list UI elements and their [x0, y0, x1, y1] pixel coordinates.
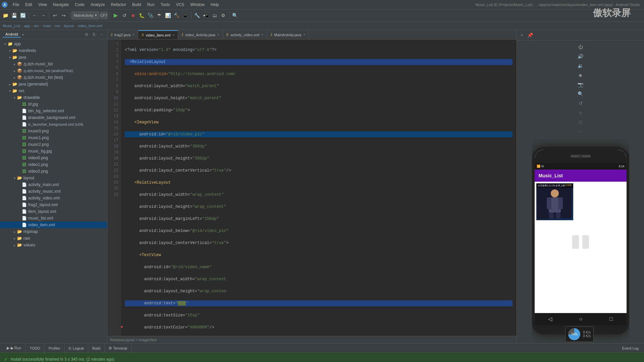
- breadcrumb-app[interactable]: app: [24, 24, 30, 28]
- tab-mainactivity[interactable]: J MainActivity.java ×: [267, 30, 309, 39]
- tree-item-video-item[interactable]: 📄 video_item.xml: [0, 222, 107, 228]
- run-tab-todo[interactable]: TODO: [25, 344, 45, 353]
- menu-analyze[interactable]: Analyze: [88, 2, 108, 8]
- tree-item-music2[interactable]: 🖼 music2.png: [0, 141, 107, 148]
- tab-close-activity-video[interactable]: ×: [261, 33, 263, 37]
- menu-help[interactable]: Help: [208, 2, 222, 8]
- rerun-button[interactable]: ↺: [120, 11, 128, 19]
- circle-icon[interactable]: ○: [577, 109, 584, 116]
- tree-item-layout[interactable]: ▾ 📂 layout: [0, 175, 107, 181]
- zoom-icon[interactable]: 🔍: [577, 90, 584, 98]
- tree-item-drawable[interactable]: ▾ 📂 drawable: [0, 94, 107, 101]
- tree-item-java-gen[interactable]: ▸ 📂 java (generated): [0, 81, 107, 87]
- tab-close-video-item[interactable]: ×: [172, 33, 174, 37]
- tab-close-mainactivity[interactable]: ×: [303, 33, 305, 37]
- tree-item-activity-main[interactable]: 📄 activity_main.xml: [0, 181, 107, 188]
- breadcrumb-layout[interactable]: layout: [64, 24, 73, 28]
- menu-edit[interactable]: Edit: [22, 2, 35, 8]
- tab-frag2[interactable]: J frag2.java ×: [107, 30, 138, 39]
- android-tab[interactable]: Android: [3, 32, 21, 38]
- menu-tools[interactable]: Tools: [158, 2, 173, 8]
- preview-pin-button[interactable]: 📌: [526, 32, 534, 39]
- project-structure-button[interactable]: 🗂: [211, 11, 219, 19]
- menu-window[interactable]: Window: [187, 2, 207, 8]
- open-file-button[interactable]: 📁: [1, 11, 9, 19]
- sdk-manager-button[interactable]: 🔧: [193, 11, 201, 19]
- tree-item-btn-bg[interactable]: 📄 btn_bg_selector.xml: [0, 108, 107, 114]
- device-button[interactable]: 📱: [181, 11, 190, 19]
- sync-button[interactable]: 🔄: [19, 11, 27, 19]
- preview-close-button[interactable]: ×: [518, 32, 526, 39]
- breadcrumb-main[interactable]: main: [43, 24, 51, 28]
- coverage-button[interactable]: ☂: [155, 11, 163, 19]
- forward-button[interactable]: →: [39, 11, 47, 19]
- run-button[interactable]: ▶: [112, 11, 120, 19]
- run-tab-run[interactable]: ▶ ▶ Run: [3, 344, 25, 353]
- tree-item-values[interactable]: ▸ 📂 values: [0, 242, 107, 248]
- run-config-dropdown[interactable]: MainActivity ▾: [71, 11, 99, 19]
- panel-collapse-icon[interactable]: −: [98, 32, 104, 38]
- breadcrumb-file[interactable]: video_item.xml: [78, 24, 102, 28]
- tree-item-video2[interactable]: 🖼 video2.png: [0, 168, 107, 175]
- panel-settings-icon[interactable]: ⚙: [84, 32, 90, 38]
- tree-item-item-layout[interactable]: 📄 item_layout.xml: [0, 208, 107, 215]
- back-button[interactable]: ←: [31, 11, 39, 19]
- tab-close-video-activity[interactable]: ×: [217, 33, 219, 37]
- panel-sort-icon[interactable]: ⇅: [91, 32, 97, 38]
- camera-icon[interactable]: 📷: [577, 81, 584, 88]
- menu-run[interactable]: Run: [145, 2, 157, 8]
- tab-video-activity[interactable]: J video_Activity.java ×: [178, 30, 223, 39]
- tree-item-music1[interactable]: 🖼 music1.png: [0, 134, 107, 141]
- code-editor[interactable]: <?xml version="1.0" encoding="utf-8"?> <…: [121, 40, 517, 336]
- tree-item-drawable-bg[interactable]: 📄 drawable_background.xml: [0, 114, 107, 121]
- tree-item-musicbg[interactable]: 🖼 music_bg.jpg: [0, 148, 107, 155]
- menu-navigate[interactable]: Navigate: [50, 2, 71, 8]
- tree-item-music0[interactable]: 🖼 music0.png: [0, 128, 107, 134]
- event-log-button[interactable]: Event Log: [619, 346, 641, 351]
- tree-item-manifests[interactable]: ▾ 📂 manifests: [0, 47, 107, 54]
- tree-item-frag2[interactable]: 📄 frag2_layout.xml: [0, 201, 107, 208]
- run-tab-profiler[interactable]: Profiler: [45, 344, 65, 353]
- tree-item-video1[interactable]: 🖼 video1.png: [0, 161, 107, 168]
- rotate-left-icon[interactable]: ↺: [577, 100, 584, 107]
- phone-recents-button[interactable]: □: [609, 316, 613, 322]
- breadcrumb-music-list[interactable]: Music_List: [3, 24, 20, 28]
- attach-button[interactable]: 📎: [147, 11, 155, 19]
- diamond-icon[interactable]: ◆: [577, 71, 584, 79]
- tree-item-pkg2[interactable]: ▸ 📦 zj.dzh.music_list (androidTest): [0, 67, 107, 74]
- breadcrumb-res[interactable]: res: [55, 24, 60, 28]
- volume-down-icon[interactable]: 🔉: [577, 62, 584, 69]
- breadcrumb-src[interactable]: src: [34, 24, 39, 28]
- tree-item-music-list[interactable]: 📄 music_list.xml: [0, 215, 107, 222]
- tree-item-res[interactable]: ▾ 📂 res: [0, 87, 107, 94]
- menu-build[interactable]: Build: [129, 2, 144, 8]
- avd-manager-button[interactable]: 📲: [202, 11, 210, 19]
- save-button[interactable]: 💾: [10, 11, 18, 19]
- search-everywhere-button[interactable]: 🔍: [231, 11, 239, 19]
- menu-code[interactable]: Code: [72, 2, 87, 8]
- tree-item-activity-video[interactable]: 📄 activity_video.xml: [0, 195, 107, 201]
- menu-vcs[interactable]: VCS: [173, 2, 187, 8]
- phone-back-button[interactable]: ◁: [548, 316, 552, 322]
- undo-button[interactable]: ↩: [51, 11, 59, 19]
- tree-item-video0[interactable]: 🖼 video0.png: [0, 155, 107, 161]
- menu-file[interactable]: File: [10, 2, 22, 8]
- tree-item-app[interactable]: ▾ 📁 app: [0, 41, 107, 47]
- tree-item-pkg1[interactable]: ▸ 📦 zj.dzh.music_list: [0, 61, 107, 67]
- menu-refactor[interactable]: Refactor: [108, 2, 129, 8]
- volume-up-icon[interactable]: 🔊: [577, 53, 584, 60]
- power-icon[interactable]: ⏻: [577, 43, 584, 51]
- tree-item-raw[interactable]: ▸ 📂 raw: [0, 235, 107, 242]
- tree-item-ic-launcher[interactable]: 📄 ic_launcher_foreground.xml (v24): [0, 121, 107, 128]
- profile-button[interactable]: 📊: [164, 11, 172, 19]
- run-tab-build[interactable]: Build: [88, 344, 105, 353]
- tree-item-activity-music[interactable]: 📄 activity_music.xml: [0, 188, 107, 195]
- settings-button[interactable]: ⚙: [219, 11, 227, 19]
- run-tab-terminal[interactable]: ⊞ Terminal: [105, 344, 131, 353]
- tab-activity-video[interactable]: X activity_video.xml ×: [223, 30, 267, 39]
- tab-video-item[interactable]: X video_item.xml ×: [138, 30, 178, 39]
- menu-view[interactable]: View: [36, 2, 50, 8]
- tree-item-java[interactable]: ▾ 📂 java: [0, 54, 107, 61]
- stop-button[interactable]: ■: [129, 11, 137, 19]
- tab-close-frag2[interactable]: ×: [132, 33, 135, 37]
